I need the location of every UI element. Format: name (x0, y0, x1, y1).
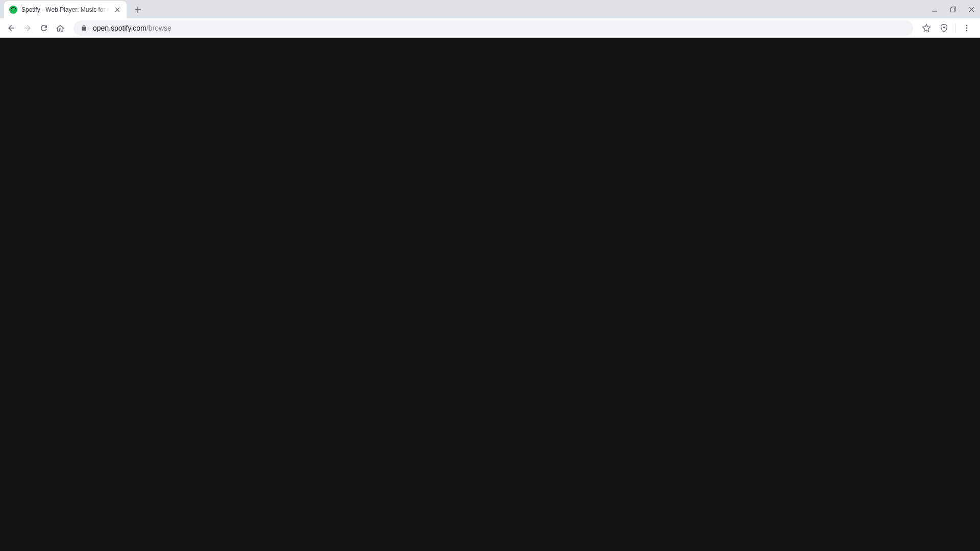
tab-strip: Spotify - Web Player: Music for everyone (0, 0, 980, 18)
home-button[interactable] (53, 21, 67, 35)
address-bar[interactable]: open.spotify.com/browse (74, 20, 913, 36)
svg-point-2 (943, 27, 944, 28)
close-tab-button[interactable] (113, 6, 121, 14)
url-text: open.spotify.com/browse (93, 24, 172, 32)
spotify-icon (9, 6, 17, 14)
forward-button[interactable] (20, 21, 35, 35)
window-controls (930, 0, 976, 18)
svg-rect-1 (950, 8, 954, 12)
url-path: /browse (146, 24, 172, 32)
minimize-button[interactable] (930, 5, 939, 14)
extension-ublock-icon[interactable] (937, 21, 951, 35)
bookmark-button[interactable] (919, 21, 934, 35)
tab-title: Spotify - Web Player: Music for everyone (21, 6, 109, 13)
url-host: open.spotify.com (93, 24, 146, 32)
browser-toolbar: open.spotify.com/browse (0, 18, 980, 38)
svg-point-5 (966, 30, 968, 31)
maximize-button[interactable] (948, 5, 958, 14)
toolbar-right (919, 21, 976, 35)
browser-tab[interactable]: Spotify - Web Player: Music for everyone (4, 1, 127, 18)
chrome-menu-button[interactable] (960, 21, 974, 35)
svg-point-4 (966, 27, 968, 29)
page-content (0, 38, 980, 551)
back-button[interactable] (4, 21, 18, 35)
svg-point-3 (966, 24, 968, 26)
toolbar-divider (955, 23, 955, 33)
new-tab-button[interactable] (131, 3, 145, 17)
close-window-button[interactable] (967, 5, 976, 14)
lock-icon (81, 24, 88, 32)
reload-button[interactable] (37, 21, 51, 35)
